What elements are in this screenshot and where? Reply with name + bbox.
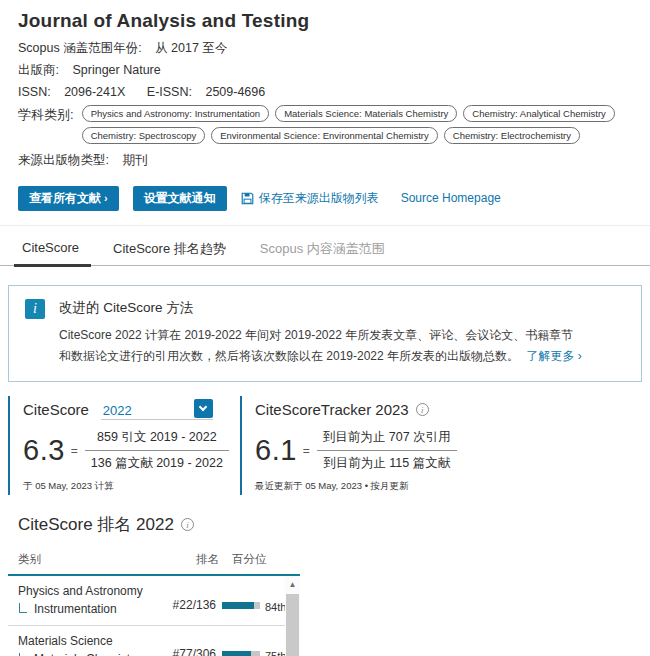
citescore-year-select[interactable]: 2022 <box>101 399 213 420</box>
banner-body-text: CiteScore 2022 计算在 2019-2022 年间对 2019-20… <box>59 328 573 363</box>
learn-more-link[interactable]: 了解更多 › <box>526 349 581 363</box>
tab-citescore-rank-trend[interactable]: CiteScore 排名趋势 <box>109 235 230 265</box>
source-type-line: 来源出版物类型: 期刊 <box>18 151 650 169</box>
citescore-year-value: 2022 <box>101 403 132 418</box>
tracker-update-date: 最近更新于 05 May, 2023 • 按月更新 <box>255 480 560 493</box>
issn-label: ISSN: <box>18 85 51 99</box>
source-homepage-link[interactable]: Source Homepage <box>401 191 501 205</box>
subject-label: 学科类别: <box>18 105 74 144</box>
citescore-methodology-banner: i 改进的 CiteScore 方法 CiteScore 2022 计算在 20… <box>8 285 642 382</box>
row-percentile: 84th <box>265 601 286 613</box>
table-row: Materials Science Materials Chemistry #7… <box>8 625 300 656</box>
citescore-tracker-panel: CiteScoreTracker 2023 i 6.1 = 到目前为止 707 … <box>240 396 560 495</box>
equals-sign: = <box>71 444 78 458</box>
subject-chip[interactable]: Chemistry: Analytical Chemistry <box>463 105 615 122</box>
eissn-label: E-ISSN: <box>147 85 192 99</box>
banner-body: CiteScore 2022 计算在 2019-2022 年间对 2019-20… <box>59 325 584 367</box>
tab-citescore[interactable]: CiteScore <box>18 235 83 265</box>
row-category: Materials Science <box>18 634 140 648</box>
citescore-formula: 6.3 = 859 引文 2019 - 2022 136 篇文献 2019 - … <box>23 429 232 472</box>
equals-sign: = <box>303 444 310 458</box>
tab-bar: CiteScore CiteScore 排名趋势 Scopus 内容涵盖范围 <box>0 235 650 266</box>
subject-chip-list: Physics and Astronomy: Instrumentation M… <box>82 105 642 144</box>
column-rank: 排名 <box>196 552 219 567</box>
citescore-panels: CiteScore 2022 6.3 = 859 引文 2019 - 2022 … <box>8 396 650 495</box>
tracker-denominator: 到目前为止 115 篇文献 <box>317 451 457 472</box>
source-type-label: 来源出版物类型: <box>18 153 109 167</box>
issn-line: ISSN: 2096-241X E-ISSN: 2509-4696 <box>18 83 650 101</box>
table-row: Physics and Astronomy Instrumentation #2… <box>8 576 300 625</box>
publisher-value: Springer Nature <box>72 63 160 77</box>
rank-section-title: CiteScore 排名 2022 i <box>18 513 650 536</box>
rank-table-scrollbar[interactable]: ▲ ▼ <box>285 576 300 656</box>
row-rank: #22/136 <box>168 598 216 612</box>
coverage-value: 从 2017 至今 <box>155 41 227 55</box>
percentile-bar <box>222 602 260 609</box>
rank-table: Physics and Astronomy Instrumentation #2… <box>8 576 300 656</box>
save-to-source-list-link[interactable]: 保存至来源出版物列表 <box>241 190 379 207</box>
tab-scopus-coverage[interactable]: Scopus 内容涵盖范围 <box>256 235 389 265</box>
source-homepage-label: Source Homepage <box>401 191 501 205</box>
subject-chip[interactable]: Physics and Astronomy: Instrumentation <box>82 105 270 122</box>
row-subcategory: Instrumentation <box>34 602 117 616</box>
rank-info-icon[interactable]: i <box>181 518 194 531</box>
publisher-line: 出版商: Springer Nature <box>18 61 650 79</box>
rank-title-text: CiteScore 排名 2022 <box>18 513 174 536</box>
scrollbar-thumb[interactable] <box>286 594 299 656</box>
issn-value: 2096-241X <box>64 85 125 99</box>
action-toolbar: 查看所有文献 › 设置文献通知 保存至来源出版物列表 Source Homepa… <box>18 185 650 211</box>
view-all-documents-label: 查看所有文献 <box>29 190 101 207</box>
journal-source-page: Journal of Analysis and Testing Scopus 涵… <box>0 0 650 656</box>
publisher-label: 出版商: <box>18 63 59 77</box>
column-category: 类别 <box>18 553 41 565</box>
citescore-calc-date: 于 05 May, 2023 计算 <box>23 480 232 493</box>
set-document-alert-button[interactable]: 设置文献通知 <box>133 186 227 211</box>
eissn-value: 2509-4696 <box>205 85 265 99</box>
scroll-up-icon[interactable]: ▲ <box>285 578 300 592</box>
row-category: Physics and Astronomy <box>18 584 143 598</box>
chevron-down-icon[interactable] <box>194 399 213 418</box>
citescore-panel: CiteScore 2022 6.3 = 859 引文 2019 - 2022 … <box>8 396 232 495</box>
header-divider <box>0 225 650 226</box>
info-icon: i <box>25 299 45 319</box>
row-rank: #77/306 <box>168 647 216 656</box>
citescore-numerator: 859 引文 2019 - 2022 <box>85 429 229 451</box>
subject-chip[interactable]: Materials Science: Materials Chemistry <box>275 105 457 122</box>
tracker-label: CiteScoreTracker 2023 <box>255 401 409 418</box>
citescore-denominator: 136 篇文献 2019 - 2022 <box>85 451 229 472</box>
view-all-documents-button[interactable]: 查看所有文献 › <box>18 186 119 211</box>
citescore-value: 6.3 <box>23 434 65 467</box>
citescore-label: CiteScore <box>23 401 89 418</box>
set-document-alert-label: 设置文献通知 <box>144 190 216 207</box>
chevron-right-icon: › <box>104 192 108 204</box>
page-title: Journal of Analysis and Testing <box>18 10 650 32</box>
rank-table-header: 类别 排名 百分位 <box>18 552 650 568</box>
branch-icon <box>19 603 27 613</box>
tracker-value: 6.1 <box>255 434 297 467</box>
subject-line: 学科类别: Physics and Astronomy: Instrumenta… <box>18 105 650 144</box>
coverage-label: Scopus 涵盖范围年份: <box>18 41 142 55</box>
save-to-source-list-label: 保存至来源出版物列表 <box>259 190 379 207</box>
subject-chip[interactable]: Chemistry: Electrochemistry <box>444 127 580 144</box>
tracker-info-icon[interactable]: i <box>416 403 429 416</box>
tracker-numerator: 到目前为止 707 次引用 <box>317 429 457 451</box>
coverage-line: Scopus 涵盖范围年份: 从 2017 至今 <box>18 39 650 57</box>
tracker-formula: 6.1 = 到目前为止 707 次引用 到目前为止 115 篇文献 <box>255 429 560 472</box>
save-icon <box>241 192 254 205</box>
percentile-bar <box>222 651 260 656</box>
row-subcategory: Materials Chemistry <box>34 652 140 656</box>
subject-chip[interactable]: Chemistry: Spectroscopy <box>82 127 206 144</box>
column-percentile: 百分位 <box>232 552 267 567</box>
subject-chip[interactable]: Environmental Science: Environmental Che… <box>211 127 438 144</box>
source-type-value: 期刊 <box>122 153 147 167</box>
row-percentile: 75th <box>265 650 286 656</box>
banner-title: 改进的 CiteScore 方法 <box>59 299 584 317</box>
